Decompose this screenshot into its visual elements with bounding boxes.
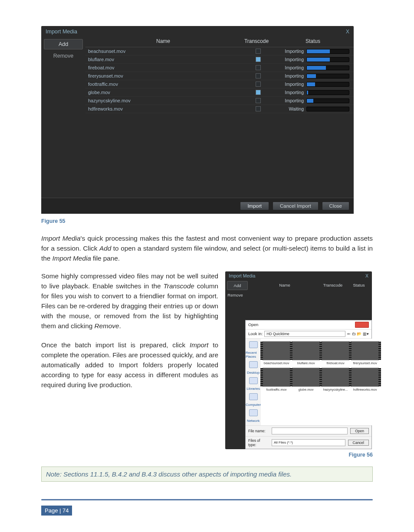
- row-status: Importing: [276, 90, 306, 95]
- row-filename: bluflare.mov: [85, 57, 241, 62]
- cancel-import-button[interactable]: Cancel Import: [273, 202, 319, 210]
- close-button[interactable]: Close: [322, 202, 349, 210]
- file-thumbnail[interactable]: beachsunset.mov: [263, 341, 290, 365]
- open-button[interactable]: Open: [350, 428, 369, 434]
- table-row[interactable]: hdfireworks.movWaiting: [85, 105, 354, 113]
- p2-d: Remove: [94, 322, 119, 330]
- col-name: Name: [87, 38, 239, 44]
- transcode-checkbox[interactable]: [256, 106, 261, 111]
- lookin-label: Look in:: [248, 331, 263, 336]
- row-status: Waiting: [276, 106, 306, 111]
- recent-places-icon[interactable]: [249, 341, 258, 348]
- open-dialog-title: Open: [248, 322, 258, 327]
- progress-bar: [306, 82, 349, 87]
- fig55-window: Import Media X Add Remove Name Transcode…: [41, 26, 354, 214]
- close-icon[interactable]: X: [365, 273, 368, 278]
- fig56-remove[interactable]: Remove: [225, 291, 245, 299]
- row-filename: fireboat.mov: [85, 65, 241, 70]
- row-filename: hdfireworks.mov: [85, 106, 241, 111]
- transcode-checkbox[interactable]: [256, 49, 261, 54]
- progress-bar: [306, 65, 349, 70]
- page-number: Page | 74: [41, 506, 72, 516]
- filetype-select[interactable]: All Files (*.*): [272, 439, 345, 446]
- file-thumbnail[interactable]: foottraffic.mov: [263, 368, 290, 392]
- p3-b: Import: [190, 341, 208, 349]
- p3-a: Once the batch import list is prepared, …: [41, 341, 190, 349]
- col-status: Status: [274, 38, 352, 44]
- nav-desktop[interactable]: Desktop: [247, 371, 260, 375]
- file-thumbnail[interactable]: hazynycskyline...: [322, 368, 349, 392]
- paragraph-1: Import Media's quick processing makes th…: [41, 234, 373, 264]
- network-icon[interactable]: [249, 409, 258, 416]
- progress-bar: [306, 107, 349, 111]
- transcode-checkbox[interactable]: [256, 57, 261, 62]
- transcode-checkbox[interactable]: [256, 65, 261, 70]
- fig56-add[interactable]: Add: [227, 281, 248, 290]
- fig56-col-name: Name: [250, 280, 320, 291]
- p1-e: Import Media: [53, 255, 91, 262]
- fig55-caption: Figure 55: [41, 218, 373, 224]
- table-row[interactable]: bluflare.movImporting: [85, 55, 354, 64]
- file-thumbnail[interactable]: firerysunset.mov: [351, 341, 379, 365]
- table-row[interactable]: hazynycskyline.movImporting: [85, 97, 354, 105]
- p2-e: .: [119, 322, 121, 330]
- libraries-icon[interactable]: [249, 377, 258, 384]
- nav-recent[interactable]: Recent Places: [246, 351, 261, 359]
- cancel-open-button[interactable]: Cancel: [348, 440, 369, 446]
- lookin-select[interactable]: HD Quicktime: [264, 331, 345, 337]
- filename-label: File name:: [248, 429, 269, 433]
- row-filename: firerysunset.mov: [85, 73, 241, 78]
- fig56-caption: Figure 56: [225, 452, 373, 458]
- transcode-checkbox[interactable]: [256, 90, 261, 95]
- fig56-window: Import Media X Add Name Transcode Status…: [225, 271, 372, 449]
- progress-bar: [306, 57, 349, 62]
- row-status: Importing: [276, 73, 306, 78]
- filename-input[interactable]: [272, 428, 348, 434]
- fig55-empty-area: [85, 113, 354, 198]
- fig56-col-status: Status: [346, 280, 372, 291]
- p1-f: file pane.: [91, 255, 120, 262]
- p2-b: Transcode: [164, 282, 194, 290]
- table-row[interactable]: beachsunset.movImporting: [85, 47, 354, 55]
- row-status: Importing: [276, 98, 306, 103]
- row-status: Importing: [276, 82, 306, 87]
- row-filename: globe.mov: [85, 90, 241, 95]
- fig56-col-transcode: Transcode: [320, 280, 346, 291]
- progress-bar: [306, 90, 349, 95]
- transcode-checkbox[interactable]: [256, 73, 261, 78]
- footer-divider: [41, 499, 373, 500]
- folder-nav-icons[interactable]: ⇐ 🗀 📂 ▥▾: [347, 332, 369, 336]
- progress-bar: [306, 49, 349, 54]
- add-button[interactable]: Add: [44, 39, 83, 49]
- p1-c: Add: [99, 245, 111, 252]
- nav-libraries[interactable]: Libraries: [246, 387, 260, 391]
- file-thumbnail[interactable]: globe.mov: [292, 368, 320, 392]
- table-row[interactable]: foottraffic.movImporting: [85, 80, 354, 88]
- open-dialog: Open Look in: HD Quicktime ⇐ 🗀 📂 ▥▾ Rece…: [245, 320, 372, 449]
- transcode-checkbox[interactable]: [256, 82, 261, 87]
- filetype-label: Files of type:: [248, 438, 269, 447]
- remove-button[interactable]: Remove: [44, 51, 83, 61]
- desktop-icon[interactable]: [249, 361, 258, 368]
- close-icon[interactable]: X: [346, 29, 349, 35]
- nav-computer[interactable]: Computer: [246, 403, 261, 407]
- table-row[interactable]: fireboat.movImporting: [85, 64, 354, 72]
- file-thumbnail[interactable]: hdfireworks.mov: [351, 368, 379, 392]
- fig55-title: Import Media: [46, 29, 77, 35]
- paragraph-3a: Once the batch import list is prepared, …: [41, 340, 218, 390]
- file-thumbnail[interactable]: bluflare.mov: [292, 341, 320, 365]
- file-thumbnail[interactable]: fireboat.mov: [322, 341, 349, 365]
- row-status: Importing: [276, 57, 306, 62]
- nav-network[interactable]: Network: [247, 419, 260, 423]
- close-icon[interactable]: [355, 322, 369, 328]
- transcode-checkbox[interactable]: [256, 98, 261, 103]
- import-button[interactable]: Import: [240, 202, 269, 210]
- table-row[interactable]: firerysunset.movImporting: [85, 72, 354, 80]
- table-row[interactable]: globe.movImporting: [85, 88, 354, 97]
- row-filename: beachsunset.mov: [85, 49, 241, 54]
- row-filename: foottraffic.mov: [85, 82, 241, 87]
- computer-icon[interactable]: [249, 393, 258, 400]
- fig56-title: Import Media: [229, 273, 255, 278]
- paragraph-2: Some highly compressed video files may n…: [41, 271, 218, 331]
- progress-bar: [306, 98, 349, 103]
